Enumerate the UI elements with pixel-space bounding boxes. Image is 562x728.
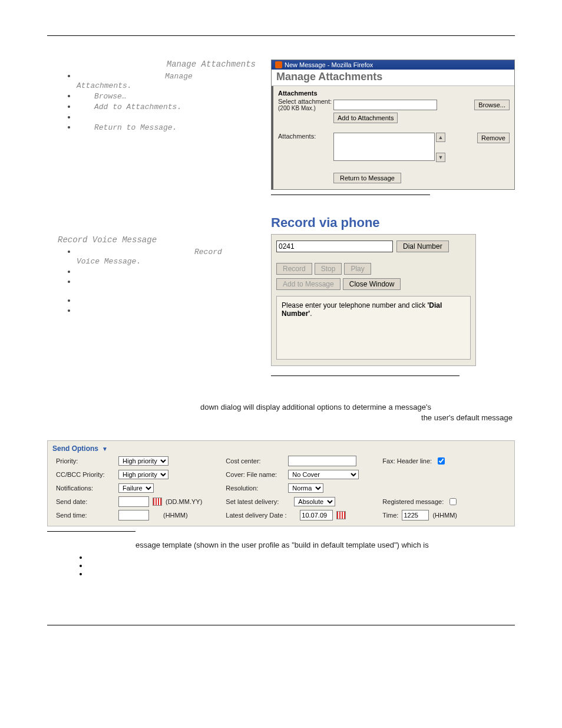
step-add: Add to Attachments. xyxy=(94,103,181,111)
chevron-down-icon: ▼ xyxy=(102,446,108,452)
close-window-button[interactable]: Close Window xyxy=(343,278,401,290)
send-date-hint: (DD.MM.YY) xyxy=(166,498,202,505)
browse-button[interactable]: Browse... xyxy=(474,100,510,110)
step-return: Return to Message. xyxy=(94,123,177,132)
select-attachment-input[interactable] xyxy=(333,100,437,110)
bottom-bullets xyxy=(71,553,515,578)
cost-center-input[interactable] xyxy=(288,456,356,466)
fax-header-checkbox[interactable] xyxy=(438,457,445,465)
body-para1b: the user's default message xyxy=(421,413,513,422)
window-titlebar: New Message - Mozilla Firefox xyxy=(272,60,514,70)
registered-msg-checkbox[interactable] xyxy=(449,498,457,505)
send-date-input[interactable] xyxy=(118,496,149,507)
instruction-post: . xyxy=(310,309,312,318)
notifications-select[interactable]: Failure xyxy=(118,483,154,493)
attachments-window: New Message - Mozilla Firefox Manage Att… xyxy=(271,60,515,190)
priority-select[interactable]: High priority xyxy=(118,456,168,466)
add-to-attachments-button[interactable]: Add to Attachments xyxy=(333,113,398,123)
priority-label: Priority: xyxy=(56,457,115,465)
ccbcc-select[interactable]: High priority xyxy=(118,470,168,479)
time-label: Time: xyxy=(382,512,398,519)
scroll-up-icon[interactable]: ▲ xyxy=(436,133,445,142)
select-attachment-label: Select attachment: xyxy=(278,98,333,105)
attachments-list[interactable] xyxy=(333,133,435,161)
latest-delivery-date-label: Latest delivery Date : xyxy=(226,512,296,519)
send-time-label: Send time: xyxy=(56,512,115,519)
calendar-icon-2[interactable] xyxy=(336,511,346,519)
return-to-message-button[interactable]: Return to Message xyxy=(333,173,401,183)
step-record: Record xyxy=(194,248,222,256)
body-para1: down dialog will display additional opti… xyxy=(200,403,431,411)
ccbcc-label: CC/BCC Priority: xyxy=(56,471,115,478)
play-button[interactable]: Play xyxy=(344,263,371,275)
resolution-label: Resolution: xyxy=(226,485,285,492)
remove-button[interactable]: Remove xyxy=(477,133,510,143)
time-hint: (HHMM) xyxy=(432,512,457,519)
attachments-section-label: Attachments xyxy=(278,90,510,97)
latest-delivery-select[interactable]: Absolute xyxy=(294,497,335,506)
manage-attachments-link: Manage Attachments xyxy=(167,60,256,69)
step-browse: Browse… xyxy=(94,92,127,101)
attachment-steps: Manage Attachments. Browse… Add to Attac… xyxy=(59,71,259,132)
record-voice-link: Record Voice Message xyxy=(58,235,157,245)
step-manage: Manage xyxy=(165,72,193,81)
time-input[interactable] xyxy=(402,510,429,521)
cover-file-select[interactable]: No Cover xyxy=(288,470,359,479)
body-para2: essage template (shown in the user profi… xyxy=(135,541,429,549)
latest-delivery-label: Set latest delivery: xyxy=(226,498,290,505)
stop-button[interactable]: Stop xyxy=(315,263,342,275)
attachments-list-label: Attachments: xyxy=(278,133,333,140)
send-options-title[interactable]: Send Options▼ xyxy=(51,443,511,455)
resolution-select[interactable]: Normal xyxy=(288,483,323,493)
window-title-text: New Message - Mozilla Firefox xyxy=(285,61,373,68)
instruction-pre: Please enter your telephone number and c… xyxy=(282,301,427,309)
record-panel-heading: Record via phone xyxy=(271,215,515,234)
send-date-label: Send date: xyxy=(56,498,115,505)
send-options-panel: Send Options▼ Priority: High priority CC… xyxy=(47,440,515,526)
scroll-down-icon[interactable]: ▼ xyxy=(436,153,445,162)
latest-delivery-date-input[interactable] xyxy=(300,510,333,521)
cover-file-label: Cover: File name: xyxy=(226,471,285,478)
max-size-label: (200 KB Max.) xyxy=(278,105,333,111)
step-manage-suffix: Attachments. xyxy=(77,81,132,90)
record-steps: Record Voice Message. xyxy=(59,247,259,315)
registered-msg-label: Registered message: xyxy=(382,498,444,505)
notifications-label: Notifications: xyxy=(56,485,115,492)
add-to-message-button[interactable]: Add to Message xyxy=(276,278,340,290)
calendar-icon[interactable] xyxy=(153,498,162,506)
cost-center-label: Cost center: xyxy=(226,457,285,465)
instruction-message: Please enter your telephone number and c… xyxy=(276,296,471,360)
dial-number-button[interactable]: Dial Number xyxy=(396,241,449,252)
fax-header-label: Fax: Header line: xyxy=(382,457,432,465)
window-heading: Manage Attachments xyxy=(272,70,514,86)
firefox-icon xyxy=(275,61,282,68)
send-time-input[interactable] xyxy=(118,510,149,521)
record-button[interactable]: Record xyxy=(276,263,312,275)
phone-number-input[interactable] xyxy=(276,241,393,252)
step-record-suffix: Voice Message. xyxy=(77,257,141,266)
record-panel: Dial Number Record Stop Play Add to Mess… xyxy=(271,234,476,366)
send-time-hint: (HHMM) xyxy=(163,512,188,519)
